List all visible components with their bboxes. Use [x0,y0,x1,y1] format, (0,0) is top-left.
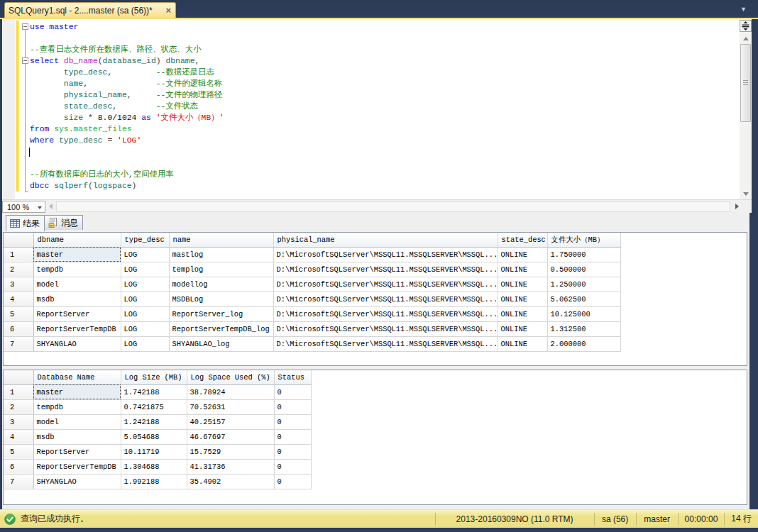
grid-cell[interactable]: 0 [274,399,311,414]
grid-cell[interactable]: 38.78924 [187,384,274,399]
grid-cell[interactable]: MSDBLog [169,292,273,306]
grid-cell[interactable]: SHYANGLAO [33,474,121,489]
grid-row-header[interactable]: 7 [4,474,33,489]
grid-row-header[interactable]: 3 [4,414,33,429]
grid-row-header[interactable]: 6 [4,321,33,336]
grid-cell[interactable]: 1.242188 [121,414,187,429]
grid-cell[interactable]: LOG [121,277,169,292]
grid-cell[interactable]: msdb [33,292,121,306]
grid-cell[interactable]: ONLINE [498,321,547,336]
grid-cell[interactable]: 10.11719 [121,444,187,459]
grid-row-header[interactable]: 7 [4,336,33,351]
grid-cell[interactable]: 1.304688 [121,459,187,474]
grid-cell[interactable]: modellog [169,277,273,292]
grid-row-header[interactable]: 2 [4,262,33,277]
grid-cell[interactable]: 5.062500 [547,292,620,306]
scroll-left-arrow-icon[interactable] [49,204,53,209]
grid-cell[interactable]: 1.312500 [547,321,620,336]
grid-cell[interactable]: ONLINE [498,306,547,321]
grid-row-header[interactable]: 1 [4,384,33,399]
grid-cell[interactable]: tempdb [33,262,121,277]
grid-cell[interactable]: ONLINE [498,247,547,262]
grid-row-header[interactable]: 5 [4,444,33,459]
results-tab-inactive[interactable]: 消息 [44,215,83,230]
grid-column-header[interactable]: state_desc [498,233,547,247]
grid-cell[interactable]: 1.992188 [121,474,187,489]
close-icon[interactable]: × [165,6,171,15]
sql-editor[interactable]: use master--查看日志文件所在数据库、路径、状态、大小select d… [2,19,740,199]
grid-column-header[interactable]: physical_name [273,233,498,247]
grid-cell[interactable]: model [33,277,121,292]
grid-cell[interactable]: 0 [274,459,311,474]
results-tab-active[interactable]: 结果 [6,215,45,231]
grid-cell[interactable]: 0.7421875 [121,399,187,414]
grid-column-header[interactable]: type_desc [121,233,169,247]
scroll-down-button[interactable] [740,188,752,199]
grid-column-header[interactable]: Log Size (MB) [121,370,187,384]
grid-cell[interactable]: ReportServer [33,444,121,459]
grid-cell[interactable]: 0 [274,429,311,444]
grid-cell[interactable]: 0 [274,474,311,489]
grid-cell[interactable]: D:\MicrosoftSQLServer\MSSQL11.MSSQLSERVE… [273,277,498,292]
grid-cell[interactable]: LOG [121,292,169,306]
grid-column-header[interactable]: Database Name [33,370,121,384]
grid-cell[interactable]: ONLINE [498,336,547,351]
grid-row-header[interactable]: 4 [4,292,33,306]
grid-cell[interactable]: D:\MicrosoftSQLServer\MSSQL11.MSSQLSERVE… [273,306,498,321]
outline-collapse-icon[interactable] [22,23,28,30]
grid-column-header[interactable]: Log Space Used (%) [187,370,274,384]
grid-cell[interactable]: D:\MicrosoftSQLServer\MSSQL11.MSSQLSERVE… [273,262,498,277]
grid-cell[interactable]: 1.250000 [547,277,620,292]
grid-row-header[interactable]: 5 [4,306,33,321]
grid-corner-header[interactable] [4,370,33,384]
document-tab[interactable]: SQLQuery1.sql - 2....master (sa (56))* × [4,2,176,18]
grid-cell[interactable]: ReportServerTempDB [33,459,121,474]
grid-cell[interactable]: D:\MicrosoftSQLServer\MSSQL11.MSSQLSERVE… [273,247,498,262]
grid-cell[interactable]: ReportServer_log [169,306,273,321]
grid-cell[interactable]: 41.31736 [187,459,274,474]
grid-cell[interactable]: 1.742188 [121,384,187,399]
grid-cell[interactable]: D:\MicrosoftSQLServer\MSSQL11.MSSQLSERVE… [273,336,498,351]
sql-code[interactable]: use master--查看日志文件所在数据库、路径、状态、大小select d… [30,21,224,192]
grid-cell[interactable]: SHYANGLAO [33,336,121,351]
grid-column-header[interactable]: 文件大小（MB） [547,233,620,247]
grid-cell[interactable]: mastlog [169,247,273,262]
editor-splitter-button[interactable] [740,20,752,32]
outline-collapse-icon[interactable] [22,57,28,64]
results-grid-1[interactable]: dbnametype_descnamephysical_namestate_de… [3,232,747,366]
grid-cell[interactable]: ONLINE [498,262,547,277]
grid-cell[interactable]: ReportServerTempDB_log [169,321,273,336]
grid-cell[interactable]: ONLINE [498,292,547,306]
grid-cell[interactable]: LOG [121,262,169,277]
zoom-dropdown[interactable]: 100 % [2,201,45,213]
grid-cell[interactable]: 15.7529 [187,444,274,459]
grid-cell[interactable]: model [33,414,121,429]
grid-cell[interactable]: 0 [274,444,311,459]
editor-vertical-scrollbar[interactable] [740,19,752,199]
grid-cell[interactable]: tempdb [33,399,121,414]
grid-cell[interactable]: LOG [121,247,169,262]
grid-cell[interactable]: LOG [121,321,169,336]
grid-cell[interactable]: master [33,247,121,262]
grid-cell[interactable]: 0.500000 [547,262,620,277]
grid-cell[interactable]: SHYANGLAO_log [169,336,273,351]
grid-column-header[interactable]: dbname [33,233,121,247]
results-grid-2[interactable]: Database NameLog Size (MB)Log Space Used… [3,370,747,505]
grid-cell[interactable]: ReportServer [33,306,121,321]
grid-column-header[interactable]: name [169,233,273,247]
grid-cell[interactable]: templog [169,262,273,277]
scroll-up-button[interactable] [740,33,752,44]
grid-cell[interactable]: 0 [274,384,311,399]
grid-row-header[interactable]: 6 [4,459,33,474]
grid-cell[interactable]: LOG [121,306,169,321]
grid-cell[interactable]: 1.750000 [547,247,620,262]
grid-cell[interactable]: master [33,384,121,399]
grid-cell[interactable]: msdb [33,429,121,444]
grid-cell[interactable]: 5.054688 [121,429,187,444]
grid-row-header[interactable]: 2 [4,399,33,414]
grid-row-header[interactable]: 4 [4,429,33,444]
grid-row-header[interactable]: 1 [4,247,33,262]
grid-cell[interactable]: 10.125000 [547,306,620,321]
scroll-right-arrow-icon[interactable] [735,204,739,209]
grid-cell[interactable]: 2.000000 [547,336,620,351]
